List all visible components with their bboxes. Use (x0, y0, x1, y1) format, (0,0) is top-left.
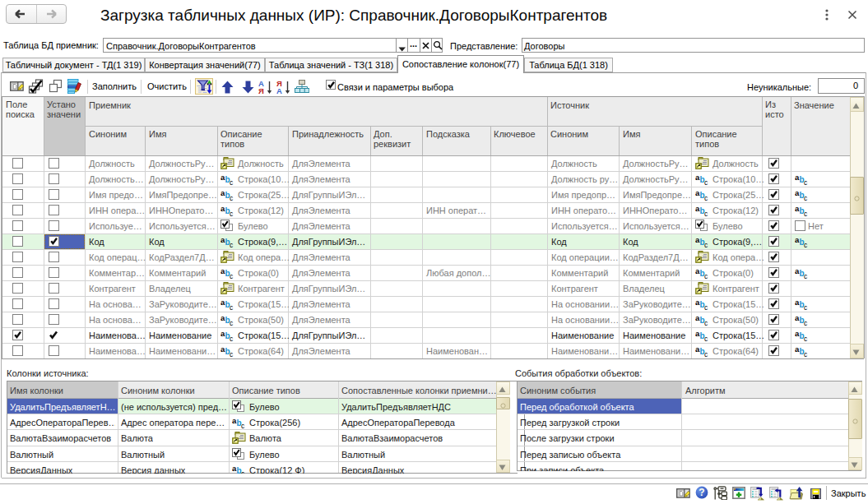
svg-text:А: А (276, 86, 282, 95)
svg-text:c: c (230, 319, 234, 327)
svg-text:c: c (704, 241, 708, 249)
svg-text:c: c (704, 350, 708, 358)
svg-text:c: c (704, 194, 708, 202)
svg-text:c: c (804, 210, 808, 218)
svg-text:c: c (704, 335, 708, 343)
svg-text:c: c (804, 272, 808, 280)
svg-text:c: c (704, 178, 708, 187)
svg-text:c: c (241, 422, 245, 430)
svg-text:c: c (804, 303, 808, 312)
svg-text:c: c (230, 210, 234, 218)
svg-text:c: c (230, 194, 234, 202)
svg-text:Я: Я (258, 86, 264, 95)
svg-text:c: c (804, 335, 808, 343)
svg-text:c: c (230, 303, 234, 312)
svg-text:c: c (230, 241, 234, 249)
svg-text:c: c (804, 194, 808, 202)
svg-text:c: c (804, 319, 808, 327)
svg-text:c: c (230, 272, 234, 280)
svg-text:c: c (804, 178, 808, 187)
svg-text:c: c (704, 303, 708, 312)
svg-text:c: c (704, 210, 708, 218)
svg-text:c: c (230, 178, 234, 187)
svg-text:c: c (230, 350, 234, 358)
svg-text:c: c (704, 272, 708, 280)
svg-text:c: c (704, 319, 708, 327)
svg-text:c: c (804, 350, 808, 358)
svg-text:c: c (230, 335, 234, 343)
svg-text:?: ? (699, 487, 704, 498)
svg-text:c: c (804, 241, 808, 249)
